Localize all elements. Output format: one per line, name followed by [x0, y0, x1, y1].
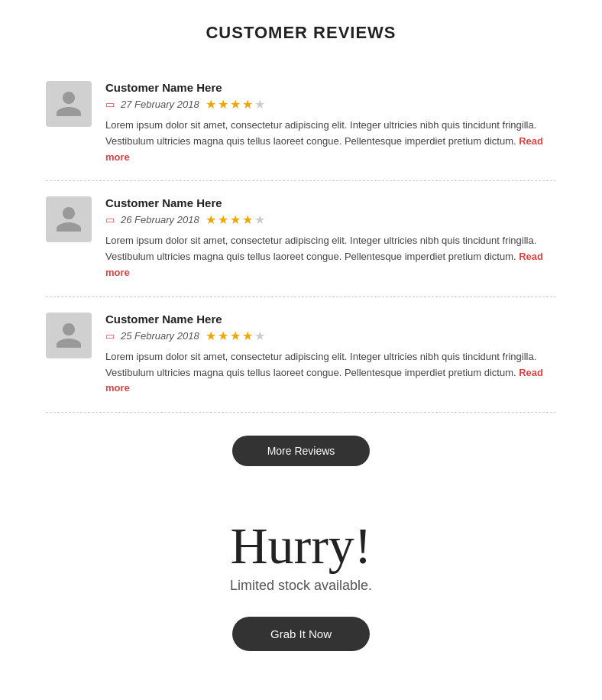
review-date: 27 February 2018 — [121, 99, 199, 110]
read-more-link[interactable]: Read more — [105, 251, 543, 278]
review-content: Customer Name Here▭26 February 2018★★★★★… — [105, 196, 556, 280]
review-meta: ▭26 February 2018★★★★★ — [105, 212, 556, 227]
review-meta: ▭27 February 2018★★★★★ — [105, 97, 556, 112]
calendar-icon: ▭ — [105, 214, 115, 225]
review-content: Customer Name Here▭25 February 2018★★★★★… — [105, 313, 556, 397]
star-filled: ★ — [206, 212, 216, 227]
read-more-link[interactable]: Read more — [105, 135, 543, 163]
star-filled: ★ — [218, 212, 228, 227]
page-title: CUSTOMER REVIEWS — [46, 23, 556, 43]
reviewer-avatar — [46, 81, 92, 127]
hurry-title: Hurry! — [46, 520, 556, 572]
star-filled: ★ — [218, 329, 228, 343]
reviewer-name: Customer Name Here — [105, 313, 556, 326]
grab-it-now-button[interactable]: Grab It Now — [232, 617, 370, 651]
reviewer-avatar — [46, 313, 92, 358]
reviewer-name: Customer Name Here — [105, 81, 556, 94]
star-empty: ★ — [254, 212, 265, 227]
review-item: Customer Name Here▭25 February 2018★★★★★… — [46, 297, 556, 413]
read-more-link[interactable]: Read more — [105, 367, 543, 394]
review-meta: ▭25 February 2018★★★★★ — [105, 329, 556, 343]
star-empty: ★ — [254, 97, 265, 112]
review-stars: ★★★★★ — [206, 97, 265, 112]
star-filled: ★ — [206, 329, 216, 343]
review-stars: ★★★★★ — [206, 212, 265, 227]
review-body-text: Lorem ipsum dolor sit amet, consectetur … — [105, 233, 556, 280]
reviews-list: Customer Name Here▭27 February 2018★★★★★… — [46, 66, 556, 413]
review-item: Customer Name Here▭27 February 2018★★★★★… — [46, 66, 556, 181]
more-reviews-button[interactable]: More Reviews — [232, 436, 370, 466]
reviewer-avatar — [46, 196, 92, 242]
star-filled: ★ — [230, 329, 241, 343]
review-content: Customer Name Here▭27 February 2018★★★★★… — [105, 81, 556, 165]
review-item: Customer Name Here▭26 February 2018★★★★★… — [46, 181, 556, 297]
star-empty: ★ — [254, 329, 265, 343]
star-filled: ★ — [242, 97, 253, 112]
review-body-text: Lorem ipsum dolor sit amet, consectetur … — [105, 349, 556, 397]
review-date: 26 February 2018 — [121, 214, 199, 225]
page-container: CUSTOMER REVIEWS Customer Name Here▭27 F… — [0, 0, 602, 689]
star-filled: ★ — [218, 97, 228, 112]
review-stars: ★★★★★ — [206, 329, 265, 343]
star-filled: ★ — [242, 212, 253, 227]
hurry-section: Hurry! Limited stock available. Grab It … — [46, 497, 556, 666]
star-filled: ★ — [242, 329, 253, 343]
review-date: 25 February 2018 — [121, 330, 199, 342]
star-filled: ★ — [230, 212, 241, 227]
calendar-icon: ▭ — [105, 99, 115, 110]
calendar-icon: ▭ — [105, 330, 115, 342]
reviewer-name: Customer Name Here — [105, 196, 556, 209]
star-filled: ★ — [206, 97, 216, 112]
review-body-text: Lorem ipsum dolor sit amet, consectetur … — [105, 118, 556, 165]
star-filled: ★ — [230, 97, 241, 112]
hurry-subtitle: Limited stock available. — [46, 578, 556, 594]
